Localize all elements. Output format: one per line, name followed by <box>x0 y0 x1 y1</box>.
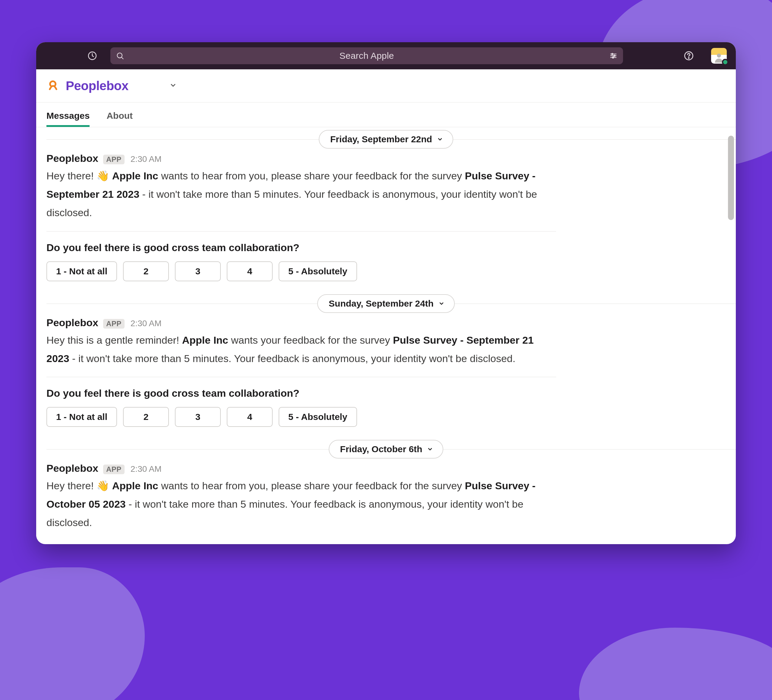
presence-active-icon <box>722 59 729 65</box>
date-chip[interactable]: Friday, September 22nd <box>319 130 453 148</box>
user-avatar[interactable] <box>711 48 727 64</box>
slack-window: Search Apple Peoplebox Messages About <box>36 42 736 544</box>
wave-icon: 👋 <box>96 170 112 181</box>
rating-option-2[interactable]: 2 <box>123 261 169 281</box>
app-badge: APP <box>103 155 124 164</box>
date-divider: Friday, September 22nd <box>36 127 736 151</box>
channel-title: Peoplebox <box>66 79 128 93</box>
svg-point-4 <box>612 57 614 59</box>
date-label: Friday, September 22nd <box>330 134 432 144</box>
chevron-down-icon <box>170 82 177 89</box>
chevron-down-icon <box>427 446 433 452</box>
message: Peoplebox APP 2:30 AM Hey there! 👋 Apple… <box>36 462 736 538</box>
rating-option-4[interactable]: 4 <box>227 261 273 281</box>
message-body: Hey there! 👋 Apple Inc wants to hear fro… <box>46 474 556 532</box>
date-label: Sunday, September 24th <box>329 299 433 309</box>
date-chip[interactable]: Sunday, September 24th <box>317 294 455 313</box>
svg-point-3 <box>614 55 615 57</box>
scrollbar-thumb[interactable] <box>728 135 734 220</box>
svg-point-1 <box>117 53 122 58</box>
search-placeholder: Search Apple <box>128 51 605 61</box>
peoplebox-logo-icon <box>46 79 60 93</box>
message-time: 2:30 AM <box>131 319 162 328</box>
rating-option-3[interactable]: 3 <box>175 407 221 427</box>
clock-icon <box>87 51 97 61</box>
app-badge: APP <box>103 319 124 329</box>
wave-icon: 👋 <box>96 480 112 491</box>
bg-blob <box>579 628 772 700</box>
rating-option-5[interactable]: 5 - Absolutely <box>279 261 357 281</box>
search-input[interactable]: Search Apple <box>110 47 623 64</box>
tab-messages[interactable]: Messages <box>46 111 90 127</box>
chevron-down-icon <box>437 136 443 142</box>
rating-options: 1 - Not at all 2 3 4 5 - Absolutely <box>46 261 556 281</box>
app-badge: APP <box>103 465 124 474</box>
rating-option-2[interactable]: 2 <box>123 407 169 427</box>
rating-option-5[interactable]: 5 - Absolutely <box>279 407 357 427</box>
rating-option-1[interactable]: 1 - Not at all <box>46 407 117 427</box>
message-author[interactable]: Peoplebox <box>46 462 98 474</box>
message-list: Friday, September 22nd Peoplebox APP 2:3… <box>36 127 736 544</box>
svg-point-2 <box>612 53 613 55</box>
date-divider: Friday, October 6th <box>36 437 736 461</box>
message-author[interactable]: Peoplebox <box>46 317 98 329</box>
message: Peoplebox APP 2:30 AM Hey this is a gent… <box>36 317 736 427</box>
rating-options: 1 - Not at all 2 3 4 5 - Absolutely <box>46 407 556 427</box>
titlebar: Search Apple <box>36 42 736 69</box>
message-time: 2:30 AM <box>131 154 162 164</box>
question-text: Do you feel there is good cross team col… <box>46 387 556 399</box>
rating-option-1[interactable]: 1 - Not at all <box>46 261 117 281</box>
question-text: Do you feel there is good cross team col… <box>46 242 556 253</box>
history-button[interactable] <box>84 48 100 64</box>
survey-question: Do you feel there is good cross team col… <box>46 377 556 427</box>
rating-option-4[interactable]: 4 <box>227 407 273 427</box>
bg-blob <box>0 567 145 700</box>
search-icon <box>116 52 124 60</box>
svg-point-7 <box>717 54 721 57</box>
svg-point-6 <box>689 57 689 58</box>
channel-header: Peoplebox <box>36 69 736 103</box>
date-chip[interactable]: Friday, October 6th <box>329 440 443 459</box>
survey-question: Do you feel there is good cross team col… <box>46 231 556 281</box>
tabs: Messages About <box>36 103 736 127</box>
rating-option-3[interactable]: 3 <box>175 261 221 281</box>
filter-icon[interactable] <box>609 52 618 60</box>
help-button[interactable] <box>683 50 695 62</box>
message-body: Hey there! 👋 Apple Inc wants to hear fro… <box>46 164 556 222</box>
message-author[interactable]: Peoplebox <box>46 153 98 164</box>
date-label: Friday, October 6th <box>340 444 422 454</box>
channel-menu-button[interactable] <box>170 82 177 90</box>
chevron-down-icon <box>438 300 445 307</box>
message: Peoplebox APP 2:30 AM Hey there! 👋 Apple… <box>36 153 736 281</box>
tab-about[interactable]: About <box>106 111 132 127</box>
date-divider: Sunday, September 24th <box>36 292 736 316</box>
message-body: Hey this is a gentle reminder! Apple Inc… <box>46 329 556 368</box>
message-time: 2:30 AM <box>131 464 162 474</box>
help-icon <box>683 51 694 61</box>
